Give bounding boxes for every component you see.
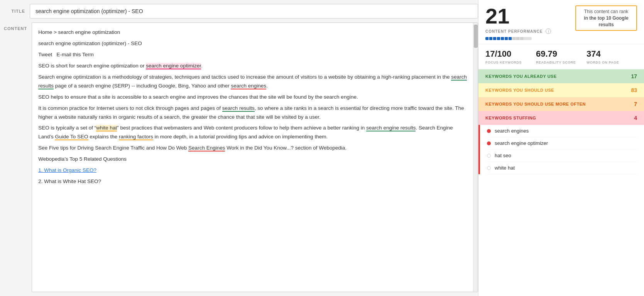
hl-search-engines-2: Search Engines <box>188 145 225 151</box>
score-header: 21 CONTENT PERFORMANCE i <box>478 0 644 44</box>
metrics-row: 17/100 FOCUS KEYWORDS 69.79 READABILITY … <box>478 44 644 69</box>
content-box: Home > search engine optimization search… <box>32 22 478 292</box>
metric-words-label: WORDS ON PAGE <box>587 61 637 64</box>
title-row: TITLE <box>4 4 478 18</box>
kw-already-label: KEYWORDS YOU ALREADY USE <box>485 74 631 79</box>
stuffing-item-white-hat: white hat <box>487 162 637 174</box>
hl-search-engine-results: search engine results <box>366 125 416 131</box>
para-2: Search engine optimization is a methodol… <box>38 73 467 91</box>
kw-stuffing[interactable]: KEYWORDS STUFFING 4 <box>478 111 644 125</box>
rank-badge: This content can rank in the top 10 Goog… <box>575 5 637 31</box>
para-3: SEO helps to ensure that a site is acces… <box>38 93 467 102</box>
scrollbar-thumb <box>474 25 478 48</box>
kw-already-count: 17 <box>631 73 637 79</box>
hl-white-hat: white hat <box>96 125 117 131</box>
question-1: 1. What is Organic SEO? <box>38 166 467 175</box>
para-7: Webopedia’s Top 5 Related Questions <box>38 155 467 164</box>
right-panel: 21 CONTENT PERFORMANCE i <box>478 0 644 296</box>
left-panel: TITLE CONTENT Home > search engine optim… <box>0 0 478 296</box>
content-row: CONTENT Home > search engine optimizatio… <box>4 22 478 292</box>
score-info: CONTENT PERFORMANCE i <box>485 27 551 40</box>
kw-more-count: 7 <box>634 101 637 107</box>
hl-guide-to-seo: Guide To SEO <box>55 134 88 140</box>
metric-readability: 69.79 READABILITY SCORE <box>536 49 587 64</box>
kw-should-label: KEYWORDS YOU SHOULD USE <box>485 88 631 92</box>
kw-should-use[interactable]: KEYWORDS YOU SHOULD USE 83 <box>478 83 644 97</box>
para-4: It is common practice for Internet users… <box>38 104 467 122</box>
kw-stuffing-count: 4 <box>634 115 637 121</box>
progress-bar <box>485 37 532 40</box>
question-2: 2. What is White Hat SEO? <box>38 177 467 186</box>
kw-already-use[interactable]: KEYWORDS YOU ALREADY USE 17 <box>478 69 644 83</box>
metric-readability-value: 69.79 <box>536 49 587 59</box>
dot-hat-seo <box>487 154 491 158</box>
title-label: TITLE <box>4 9 25 13</box>
kw-stuffing-items: search engines search engine optimizer h… <box>478 125 644 174</box>
kw-stuffing-label: KEYWORDS STUFFING <box>485 116 634 120</box>
title-input[interactable] <box>30 4 478 18</box>
metric-focus-keywords: 17/100 FOCUS KEYWORDS <box>485 49 536 64</box>
dot-search-engine-optimizer <box>487 141 491 145</box>
metric-focus-keywords-label: FOCUS KEYWORDS <box>485 61 536 64</box>
para-5: SEO is typically a set of “white hat” be… <box>38 124 467 141</box>
metric-words-value: 374 <box>587 49 637 59</box>
para-6: See Five tips for Driving Search Engine … <box>38 144 467 153</box>
social-links: Tweet E-mail this Term <box>38 50 467 59</box>
breadcrumb: Home > search engine optimization <box>38 28 467 37</box>
rank-badge-line1: This content can rank <box>584 9 629 14</box>
score-block: 21 CONTENT PERFORMANCE i <box>485 5 551 40</box>
info-icon: i <box>546 29 551 34</box>
kw-more-label: KEYWORDS YOU SHOULD USE MORE OFTEN <box>485 102 634 106</box>
stuffing-text-white-hat: white hat <box>495 165 515 171</box>
para-1: SEO is short for search engine optimizat… <box>38 62 467 71</box>
stuffing-item-search-engine-optimizer: search engine optimizer <box>487 137 637 150</box>
metric-readability-label: READABILITY SCORE <box>536 61 587 64</box>
hl-search-results-2: search results <box>222 105 255 112</box>
stuffing-text-search-engines: search engines <box>495 128 529 134</box>
stuffing-text-hat-seo: hat seo <box>495 153 511 158</box>
hl-search-engine-optimizer: search engine optimizer <box>146 63 201 69</box>
stuffing-item-hat-seo: hat seo <box>487 150 637 162</box>
progress-segments <box>485 37 532 40</box>
page-subtitle: search engine optimization (optimizer) -… <box>38 39 467 48</box>
score-number: 21 <box>485 5 551 27</box>
kw-should-use-more[interactable]: KEYWORDS YOU SHOULD USE MORE OFTEN 7 <box>478 97 644 111</box>
rank-badge-line2: in the top 10 Google results <box>584 15 628 27</box>
hl-search-engines-1: search engines <box>231 83 266 89</box>
content-label: CONTENT <box>4 22 27 31</box>
stuffing-text-search-engine-optimizer: search engine optimizer <box>495 140 548 146</box>
performance-label: CONTENT PERFORMANCE <box>485 29 543 34</box>
scrollbar[interactable] <box>473 23 478 292</box>
content-text[interactable]: Home > search engine optimization search… <box>32 23 473 292</box>
dot-search-engines <box>487 129 491 133</box>
metric-focus-keywords-value: 17/100 <box>485 49 536 59</box>
dot-white-hat <box>487 166 491 170</box>
metric-words: 374 WORDS ON PAGE <box>587 49 637 64</box>
hl-ranking-factors: ranking factors <box>119 134 153 140</box>
stuffing-item-search-engines: search engines <box>487 125 637 137</box>
kw-should-count: 83 <box>631 87 637 93</box>
